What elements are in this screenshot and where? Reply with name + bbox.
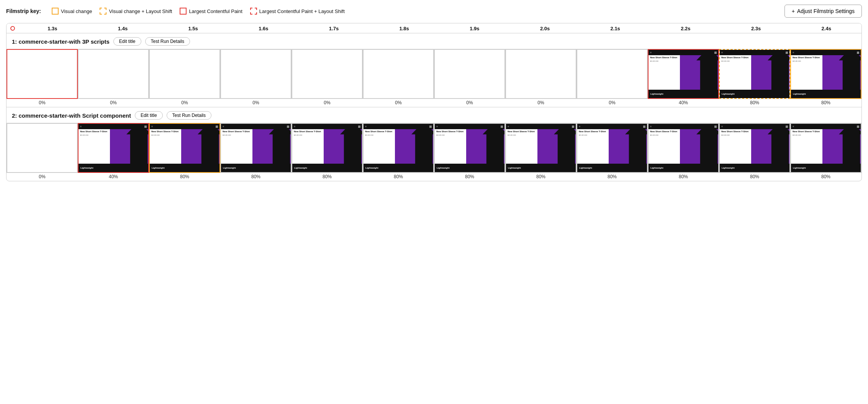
timeline-tick: 1.6s [228, 26, 299, 31]
frame-cell: New Short Sleeve T-Shirt $25.99 USD Ligh… [149, 123, 220, 173]
timeline-ticks: 1.3s1.4s1.5s1.6s1.7s1.8s1.9s2.0s2.1s2.2s… [17, 26, 861, 31]
timeline-tick: 1.9s [439, 26, 510, 31]
frame-thumbnail[interactable] [149, 49, 220, 99]
frame-thumbnail[interactable]: New Short Sleeve T-Shirt $25.99 USD Ligh… [576, 123, 648, 173]
frame-percentage: 0% [181, 99, 188, 107]
frame-pct-cell: 80% [505, 173, 576, 181]
frame-percentage: 0% [110, 99, 116, 107]
frame-pct-cell: 80% [220, 173, 292, 181]
frame-thumbnail[interactable]: New Short Sleeve T-Shirt $25.99 USD Ligh… [790, 123, 861, 173]
legend-bar: Filmstrip key: Visual change Visual chan… [6, 5, 862, 18]
frame-thumbnail[interactable] [363, 49, 434, 99]
frame-thumbnail[interactable] [576, 49, 648, 99]
edit-title-button-1[interactable]: Edit title [113, 37, 141, 46]
adjust-filmstrip-label: Adjust Filmstrip Settings [797, 8, 855, 14]
frame-pct-cell: 0% [434, 99, 505, 107]
test-run-details-button-2[interactable]: Test Run Details [167, 111, 211, 120]
frame-percentage: 40% [109, 173, 118, 181]
frame-percentage: 0% [537, 99, 544, 107]
timeline-tick: 2.3s [721, 26, 791, 31]
frame-pct-cell: 0% [505, 99, 576, 107]
test-run-details-button-1[interactable]: Test Run Details [145, 37, 190, 46]
legend-lcp-icon [180, 8, 187, 15]
frame-cell [434, 49, 505, 99]
frame-cell: New Short Sleeve T-Shirt $25.99 USD Ligh… [363, 123, 434, 173]
frame-thumbnail[interactable]: New Short Sleeve T-Shirt $25.99 USD Ligh… [220, 123, 292, 173]
frame-pct-cell: 0% [363, 99, 434, 107]
frame-cell [363, 49, 434, 99]
frame-pct-cell: 0% [149, 99, 220, 107]
legend-visual-change-layout-shift: Visual change + Layout Shift [100, 8, 172, 15]
timeline-tick: 1.4s [88, 26, 158, 31]
frame-thumbnail[interactable]: New Short Sleeve T-Shirt $25.99 USD Ligh… [292, 123, 363, 173]
frame-thumbnail[interactable] [7, 49, 78, 99]
timeline-tick: 1.7s [299, 26, 369, 31]
frame-thumbnail[interactable]: New Short Sleeve T-Shirt $25.99 USD Ligh… [505, 123, 576, 173]
frame-thumbnail[interactable]: New Short Sleeve T-Shirt $25.99 USD Ligh… [648, 123, 719, 173]
legend-lcp-layout-shift: Largest Contentful Paint + Layout Shift [250, 8, 345, 15]
frame-pct-cell: 80% [149, 173, 220, 181]
frame-percentage: 0% [252, 99, 259, 107]
legend-lcp-layout-shift-icon [250, 8, 257, 15]
frame-pct-cell: 0% [292, 99, 363, 107]
frame-thumbnail[interactable]: New Short Sleeve T-Shirt $25.99 USD Ligh… [78, 123, 149, 173]
frame-pct-cell: 0% [7, 99, 78, 107]
frame-percentage: 80% [750, 173, 759, 181]
timeline-tick: 1.8s [369, 26, 439, 31]
frame-percentage: 0% [466, 99, 473, 107]
thumbnails-row-1: New Short Sleeve T-Shirt $25.99 USD Ligh… [7, 49, 861, 99]
edit-title-button-2[interactable]: Edit title [135, 111, 163, 120]
frame-thumbnail[interactable] [292, 49, 363, 99]
frame-cell: New Short Sleeve T-Shirt $25.99 USD Ligh… [719, 49, 790, 99]
frame-percentage: 80% [251, 173, 260, 181]
timeline-header: 1.3s1.4s1.5s1.6s1.7s1.8s1.9s2.0s2.1s2.2s… [7, 23, 861, 33]
frame-thumbnail[interactable]: New Short Sleeve T-Shirt $25.99 USD Ligh… [363, 123, 434, 173]
frame-pct-cell: 40% [648, 99, 719, 107]
frame-thumbnail[interactable]: New Short Sleeve T-Shirt $25.99 USD Ligh… [149, 123, 220, 173]
frame-percentage: 80% [821, 99, 830, 107]
frames-area-1: New Short Sleeve T-Shirt $25.99 USD Ligh… [7, 49, 861, 107]
frame-percentage: 80% [821, 173, 830, 181]
frame-thumbnail[interactable] [220, 49, 292, 99]
filmstrip-row-2: 2: commerce-starter-with Script componen… [7, 107, 861, 181]
frame-percentage: 80% [750, 99, 759, 107]
frame-thumbnail[interactable]: New Short Sleeve T-Shirt $25.99 USD Ligh… [719, 49, 790, 99]
frame-percentage: 0% [609, 99, 615, 107]
frame-percentage: 40% [679, 99, 688, 107]
frame-pct-cell: 0% [576, 99, 648, 107]
frame-cell [7, 49, 78, 99]
frame-thumbnail[interactable]: New Short Sleeve T-Shirt $25.99 USD Ligh… [434, 123, 505, 173]
legend-visual-change-layout-shift-icon [100, 8, 106, 15]
frame-percentage: 80% [180, 173, 189, 181]
frame-thumbnail[interactable] [505, 49, 576, 99]
legend-visual-change-layout-shift-label: Visual change + Layout Shift [109, 8, 172, 14]
frame-cell [149, 49, 220, 99]
filmstrip-rows: 1: commerce-starter-with 3P scripts Edit… [7, 33, 861, 181]
row-title-1: 1: commerce-starter-with 3P scripts [12, 38, 110, 45]
frame-thumbnail[interactable] [7, 123, 78, 173]
filmstrip-key-label: Filmstrip key: [6, 8, 41, 14]
frame-cell [292, 49, 363, 99]
frame-thumbnail[interactable]: New Short Sleeve T-Shirt $25.99 USD Ligh… [719, 123, 790, 173]
frame-pct-cell: 80% [434, 173, 505, 181]
row-header-1: 1: commerce-starter-with 3P scripts Edit… [7, 33, 861, 49]
frame-pct-cell: 0% [7, 173, 78, 181]
frame-pct-cell: 80% [363, 173, 434, 181]
frame-pct-cell: 80% [790, 99, 861, 107]
frame-percentage: 80% [323, 173, 332, 181]
frame-thumbnail[interactable] [434, 49, 505, 99]
frame-pct-cell: 80% [576, 173, 648, 181]
frame-pct-cell: 80% [790, 173, 861, 181]
frame-thumbnail[interactable]: New Short Sleeve T-Shirt $25.99 USD Ligh… [648, 49, 719, 99]
frame-thumbnail[interactable]: New Short Sleeve T-Shirt $25.99 USD Ligh… [790, 49, 861, 99]
timeline-tick: 1.3s [17, 26, 88, 31]
frame-pct-cell: 40% [78, 173, 149, 181]
filmstrip-container: 1.3s1.4s1.5s1.6s1.7s1.8s1.9s2.0s2.1s2.2s… [6, 23, 862, 181]
frame-thumbnail[interactable] [78, 49, 149, 99]
frame-percentage: 0% [39, 99, 45, 107]
frame-cell [7, 123, 78, 173]
timeline-tick: 2.0s [510, 26, 580, 31]
adjust-filmstrip-button[interactable]: + Adjust Filmstrip Settings [784, 5, 862, 18]
thumbnails-row-2: New Short Sleeve T-Shirt $25.99 USD Ligh… [7, 123, 861, 173]
frame-pct-cell: 0% [78, 99, 149, 107]
